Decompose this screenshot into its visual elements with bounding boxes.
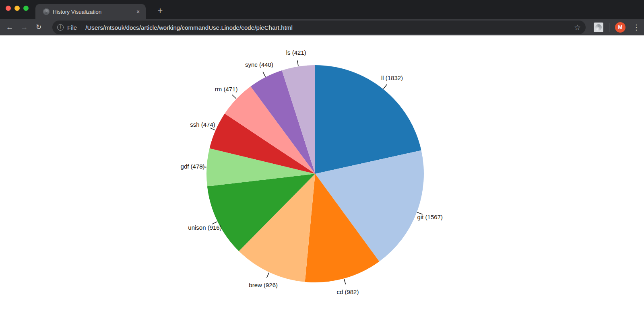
traffic-lights — [6, 6, 29, 11]
page-info-icon[interactable]: i — [57, 24, 64, 31]
pie-slice-label-sync: sync (440) — [245, 61, 273, 68]
reload-button[interactable]: ↻ — [33, 22, 44, 33]
url-chip-separator — [81, 24, 81, 31]
tab-close-icon[interactable]: × — [134, 8, 142, 15]
pie-slice-label-rm: rm (471) — [215, 86, 238, 93]
browser-toolbar: ← → ↻ i File /Users/mtsouk/docs/article/… — [0, 19, 644, 35]
pie-slice-label-ll: ll (1832) — [381, 74, 403, 81]
browser-menu-icon[interactable]: ⋮ — [633, 23, 639, 32]
window-minimize-button[interactable] — [14, 6, 20, 11]
pie-slice-label-ssh: ssh (474) — [190, 121, 215, 128]
extension-logo-icon — [595, 24, 602, 31]
toolbar-separator — [609, 23, 609, 32]
pie-label-tick-sync — [263, 72, 265, 76]
browser-window: History Visualization × + ← → ↻ i File /… — [0, 0, 644, 319]
pie-slice-label-unison: unison (916) — [188, 224, 221, 231]
tab-title: History Visualization — [53, 9, 134, 15]
url-bar[interactable]: i File /Users/mtsouk/docs/article/workin… — [52, 21, 586, 34]
pie-slice-label-brew: brew (926) — [249, 282, 278, 288]
pie-slice-label-cd: cd (982) — [336, 288, 359, 295]
url-scheme-chip: File — [67, 24, 77, 31]
new-tab-button[interactable]: + — [155, 6, 166, 17]
browser-titlebar: History Visualization × + — [0, 0, 644, 19]
window-close-button[interactable] — [6, 6, 11, 11]
pie-label-tick-ll — [384, 84, 387, 89]
pie-label-tick-cd — [344, 279, 346, 284]
extension-icon[interactable] — [594, 23, 603, 32]
back-button[interactable]: ← — [4, 22, 15, 33]
page-content: ll (1832)git (1567)cd (982)brew (926)uni… — [0, 35, 644, 319]
favicon-icon — [43, 8, 50, 15]
browser-tab[interactable]: History Visualization × — [35, 4, 146, 19]
pie-slice-label-gdf: gdf (478) — [181, 163, 205, 170]
forward-button[interactable]: → — [19, 22, 30, 33]
pie-label-tick-ls — [297, 60, 298, 66]
pie-chart: ll (1832)git (1567)cd (982)brew (926)uni… — [0, 35, 644, 319]
pie-label-tick-brew — [267, 273, 269, 278]
window-zoom-button[interactable] — [23, 6, 29, 11]
pie-label-tick-rm — [232, 95, 236, 99]
pie-label-tick-ssh — [210, 128, 215, 130]
pie-slice-label-git: git (1567) — [417, 214, 443, 220]
profile-avatar[interactable]: M — [615, 22, 625, 33]
bookmark-star-icon[interactable]: ☆ — [570, 23, 581, 32]
pie-slice-label-ls: ls (421) — [286, 49, 306, 56]
url-text: /Users/mtsouk/docs/article/working/comma… — [85, 24, 293, 31]
